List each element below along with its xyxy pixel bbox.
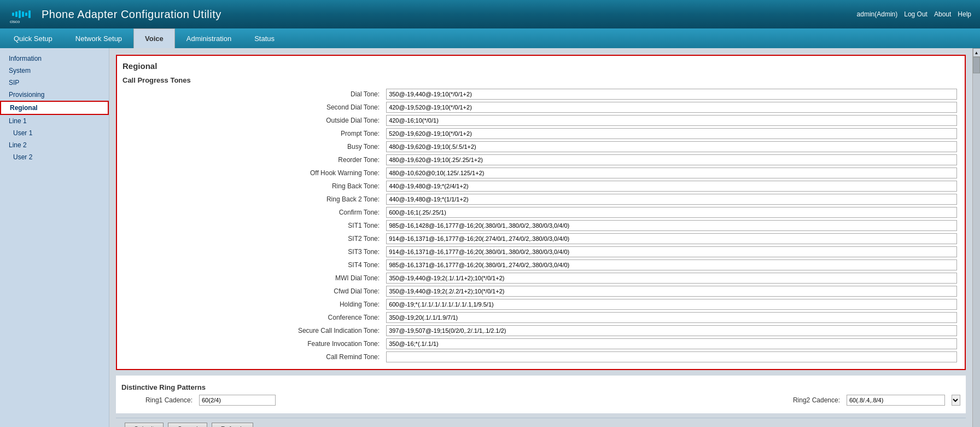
sidebar-item-regional[interactable]: Regional [0, 101, 109, 115]
tone-row-16: Holding Tone: [122, 298, 959, 311]
action-buttons: Submit Cancel Refresh [116, 418, 966, 427]
tone-label-1: Second Dial Tone: [122, 101, 384, 114]
ring2-cadence-input[interactable] [847, 395, 945, 406]
nav-voice[interactable]: Voice [133, 28, 175, 48]
ring1-cadence-input[interactable] [199, 395, 276, 406]
sidebar-item-provisioning[interactable]: Provisioning [0, 89, 109, 101]
tone-label-13: SIT4 Tone: [122, 258, 384, 272]
tone-row-0: Dial Tone: [122, 88, 959, 101]
tone-row-6: Off Hook Warning Tone: [122, 166, 959, 180]
sidebar-item-user2[interactable]: User 2 [0, 151, 109, 163]
svg-rect-3 [22, 11, 24, 17]
cisco-logo-icon: cisco [9, 4, 35, 24]
call-progress-tones-table: Dial Tone: Second Dial Tone: Outside Dia… [122, 88, 959, 363]
tone-label-9: Confirm Tone: [122, 206, 384, 219]
tone-input-5[interactable] [386, 154, 957, 165]
help-link[interactable]: Help [958, 10, 971, 18]
nav-quick-setup[interactable]: Quick Setup [2, 28, 64, 48]
tone-input-12[interactable] [386, 246, 957, 257]
tone-row-12: SIT3 Tone: [122, 245, 959, 258]
tone-input-17[interactable] [386, 312, 957, 323]
svg-text:cisco: cisco [10, 19, 20, 24]
tone-input-11[interactable] [386, 233, 957, 244]
cancel-button[interactable]: Cancel [168, 423, 207, 427]
tone-input-9[interactable] [386, 207, 957, 218]
tone-label-16: Holding Tone: [122, 298, 384, 311]
tone-input-10[interactable] [386, 220, 957, 231]
tone-label-17: Conference Tone: [122, 311, 384, 324]
tone-label-12: SIT3 Tone: [122, 245, 384, 258]
sidebar-item-line2[interactable]: Line 2 [0, 139, 109, 151]
tone-input-18[interactable] [386, 325, 957, 336]
tone-label-11: SIT2 Tone: [122, 232, 384, 245]
tone-input-cell-1 [384, 101, 959, 114]
submit-button[interactable]: Submit [125, 423, 164, 427]
tone-row-18: Secure Call Indication Tone: [122, 324, 959, 337]
tone-label-14: MWI Dial Tone: [122, 272, 384, 285]
refresh-button[interactable]: Refresh [212, 423, 253, 427]
tone-input-13[interactable] [386, 259, 957, 270]
tone-label-0: Dial Tone: [122, 88, 384, 101]
header: cisco Phone Adapter Configuration Utilit… [0, 0, 980, 28]
tone-row-9: Confirm Tone: [122, 206, 959, 219]
tone-input-15[interactable] [386, 286, 957, 297]
tone-row-8: Ring Back 2 Tone: [122, 193, 959, 206]
tone-input-3[interactable] [386, 128, 957, 139]
tone-label-8: Ring Back 2 Tone: [122, 193, 384, 206]
tone-row-5: Reorder Tone: [122, 153, 959, 166]
tone-input-cell-17 [384, 311, 959, 324]
tone-row-3: Prompt Tone: [122, 127, 959, 140]
sidebar-item-user1[interactable]: User 1 [0, 127, 109, 139]
svg-rect-0 [12, 13, 14, 16]
tone-input-6[interactable] [386, 168, 957, 178]
nav-network-setup[interactable]: Network Setup [64, 28, 133, 48]
tone-input-2[interactable] [386, 115, 957, 126]
tone-input-20[interactable] [386, 351, 957, 362]
nav-status[interactable]: Status [243, 28, 286, 48]
tone-label-4: Busy Tone: [122, 140, 384, 153]
sidebar-item-system[interactable]: System [0, 65, 109, 77]
tone-input-19[interactable] [386, 338, 957, 349]
tone-input-1[interactable] [386, 102, 957, 113]
tone-row-2: Outside Dial Tone: [122, 114, 959, 127]
sidebar-item-line1[interactable]: Line 1 [0, 115, 109, 127]
tone-input-8[interactable] [386, 194, 957, 205]
tone-label-15: Cfwd Dial Tone: [122, 285, 384, 298]
tone-input-14[interactable] [386, 273, 957, 284]
tone-input-cell-19 [384, 337, 959, 350]
tone-input-cell-0 [384, 88, 959, 101]
tone-row-4: Busy Tone: [122, 140, 959, 153]
tone-input-cell-6 [384, 166, 959, 180]
tone-label-7: Ring Back Tone: [122, 180, 384, 193]
scroll-up-btn[interactable]: ▲ [973, 48, 981, 57]
tone-input-4[interactable] [386, 141, 957, 152]
svg-rect-2 [19, 10, 21, 18]
tone-input-cell-15 [384, 285, 959, 298]
tone-input-0[interactable] [386, 89, 957, 100]
tone-label-18: Secure Call Indication Tone: [122, 324, 384, 337]
tone-input-7[interactable] [386, 181, 957, 192]
logo-area: cisco Phone Adapter Configuration Utilit… [9, 4, 221, 24]
sidebar: Information System SIP Provisioning Regi… [0, 48, 109, 427]
nav-administration[interactable]: Administration [175, 28, 243, 48]
current-user: admin(Admin) [857, 10, 898, 18]
sidebar-item-sip[interactable]: SIP [0, 77, 109, 89]
tone-input-cell-9 [384, 206, 959, 219]
tone-input-cell-14 [384, 272, 959, 285]
tone-input-cell-12 [384, 245, 959, 258]
logout-link[interactable]: Log Out [904, 10, 928, 18]
tone-row-15: Cfwd Dial Tone: [122, 285, 959, 298]
tone-input-cell-13 [384, 258, 959, 272]
sidebar-item-information[interactable]: Information [0, 53, 109, 65]
scrollbar-thumb[interactable] [973, 57, 980, 73]
tone-input-cell-20 [384, 350, 959, 363]
scrollbar-track[interactable] [973, 57, 980, 427]
tone-row-20: Call Remind Tone: [122, 350, 959, 363]
about-link[interactable]: About [934, 10, 951, 18]
right-scrollbar[interactable]: ▲ ▼ [972, 48, 980, 427]
ring2-dropdown[interactable]: ▼ [952, 395, 960, 406]
tone-input-cell-16 [384, 298, 959, 311]
tone-row-10: SIT1 Tone: [122, 219, 959, 232]
tone-input-16[interactable] [386, 299, 957, 310]
tone-label-6: Off Hook Warning Tone: [122, 166, 384, 180]
